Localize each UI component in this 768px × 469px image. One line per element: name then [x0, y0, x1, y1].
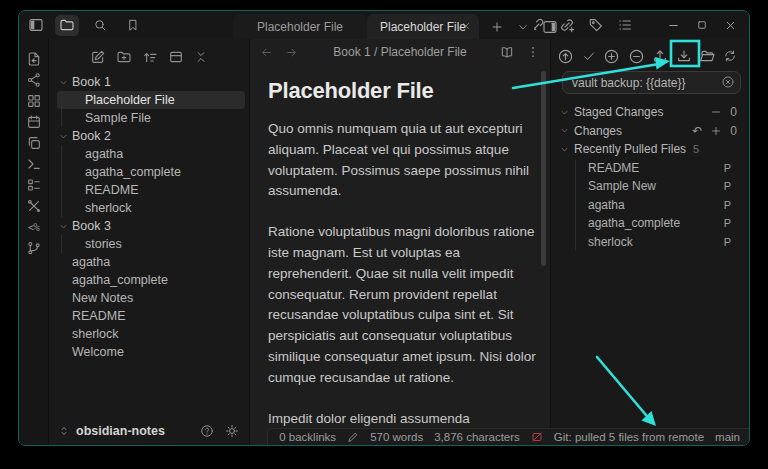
tree-file[interactable]: agatha_complete: [49, 163, 249, 181]
git-pull-icon[interactable]: [676, 48, 692, 64]
git-open-folder-icon[interactable]: [699, 48, 715, 64]
stage-plus-icon[interactable]: [710, 125, 722, 137]
git-stage-all-icon[interactable]: [603, 48, 620, 65]
git-status-message[interactable]: Git: pulled 5 files from remote: [554, 431, 704, 443]
minimize-icon[interactable]: [667, 19, 680, 32]
left-sidebar-toggle-icon[interactable]: [28, 17, 44, 33]
git-refresh-icon[interactable]: [723, 49, 737, 63]
templater-icon[interactable]: <%: [28, 216, 40, 237]
indent-guide: [61, 145, 62, 217]
close-tab-icon[interactable]: [461, 21, 471, 31]
tree-file-selected[interactable]: Placeholder File: [57, 91, 245, 109]
editor-tab-active[interactable]: Placeholder File: [367, 14, 479, 39]
obsidian-window: Placeholder File Placeholder File: [18, 10, 750, 446]
indent-guide: [575, 160, 576, 251]
tree-file[interactable]: agatha_complete: [49, 271, 249, 289]
pulled-count: 5: [693, 143, 699, 155]
tab-bookmarks[interactable]: [121, 15, 145, 36]
forward-arrow-icon[interactable]: [285, 46, 298, 59]
changes-count: 0: [730, 124, 737, 138]
new-note-icon[interactable]: [90, 49, 106, 65]
layout-rows-icon[interactable]: [168, 49, 184, 65]
backlinks-count[interactable]: 0 backlinks: [279, 431, 336, 443]
tree-file[interactable]: agatha: [49, 253, 249, 271]
chevron-down-icon: [59, 78, 68, 87]
tree-file[interactable]: README: [49, 181, 249, 199]
commit-message-input[interactable]: [562, 71, 741, 94]
section-staged-changes[interactable]: Staged Changes 0: [551, 103, 746, 122]
git-branch-icon[interactable]: [26, 237, 42, 258]
editor-scrollbar[interactable]: [541, 71, 546, 266]
tag-icon[interactable]: [588, 17, 604, 33]
git-commit-check-icon[interactable]: [582, 49, 596, 63]
terminal-icon[interactable]: [26, 153, 42, 174]
templates-copy-icon[interactable]: [26, 132, 42, 153]
graph-view-icon[interactable]: [26, 69, 42, 90]
git-backup-icon[interactable]: [557, 48, 574, 65]
tree-folder[interactable]: Book 2: [49, 127, 249, 145]
word-count[interactable]: 570 words: [370, 431, 423, 443]
staged-count: 0: [730, 105, 737, 119]
maximize-icon[interactable]: [696, 19, 708, 31]
tree-file[interactable]: README: [49, 307, 249, 325]
chevron-down-icon: [59, 222, 68, 231]
tree-file[interactable]: sherlock: [49, 199, 249, 217]
settings-gear-icon[interactable]: [225, 424, 239, 438]
help-icon[interactable]: [200, 424, 214, 438]
note-content: Placeholder File Quo omnis numquam quia …: [250, 65, 550, 445]
tab-search[interactable]: [88, 15, 112, 36]
discard-undo-icon[interactable]: ↶: [692, 125, 702, 137]
unstage-minus-icon[interactable]: [710, 106, 722, 118]
tree-folder[interactable]: Book 3: [49, 217, 249, 235]
pulled-file-row[interactable]: READMEP: [551, 159, 746, 178]
pulled-file-row[interactable]: agatha_completeP: [551, 214, 746, 233]
editor-tab[interactable]: Placeholder File: [233, 14, 367, 39]
tools-icon[interactable]: [26, 195, 42, 216]
chevron-down-icon: [560, 126, 569, 135]
checklist-icon[interactable]: [26, 174, 42, 195]
section-recently-pulled[interactable]: Recently Pulled Files 5: [551, 140, 746, 159]
section-changes[interactable]: Changes ↶ 0: [551, 122, 746, 141]
tree-file[interactable]: sherlock: [49, 325, 249, 343]
character-count[interactable]: 3,876 characters: [434, 431, 520, 443]
outline-list-icon[interactable]: [617, 17, 633, 33]
bookmark-icon: [126, 18, 140, 32]
titlebar: Placeholder File Placeholder File: [19, 11, 749, 39]
canvas-grid-icon[interactable]: [26, 90, 42, 111]
tree-file[interactable]: agatha: [49, 145, 249, 163]
tree-file[interactable]: Welcome: [49, 343, 249, 361]
daily-note-calendar-icon[interactable]: [26, 111, 42, 132]
new-folder-icon[interactable]: [116, 49, 132, 65]
quick-switcher-icon[interactable]: [26, 48, 42, 69]
tree-file[interactable]: Sample File: [49, 109, 249, 127]
search-icon: [93, 18, 107, 32]
pulled-file-row[interactable]: sherlockP: [551, 233, 746, 252]
tree-file[interactable]: stories: [49, 235, 249, 253]
pulled-file-row[interactable]: Sample NewP: [551, 177, 746, 196]
back-arrow-icon[interactable]: [260, 46, 273, 59]
clear-input-icon[interactable]: [721, 75, 735, 89]
git-branch-name[interactable]: main: [715, 431, 740, 443]
git-unstage-all-icon[interactable]: [628, 48, 645, 65]
tab-file-explorer[interactable]: [55, 15, 79, 36]
sort-order-icon[interactable]: [142, 49, 158, 65]
edit-mode-pencil-icon[interactable]: [347, 431, 359, 443]
chevron-down-icon: [560, 145, 569, 154]
collapse-all-icon[interactable]: [194, 50, 208, 64]
note-paragraph: Ratione voluptatibus magni doloribus rat…: [268, 222, 545, 388]
status-badge: P: [724, 162, 731, 174]
more-options-icon[interactable]: [526, 45, 540, 59]
git-push-icon[interactable]: [652, 48, 668, 64]
new-tab-icon[interactable]: [490, 20, 504, 34]
tab-list-chevron-icon[interactable]: [517, 21, 529, 33]
status-badge: P: [724, 236, 731, 248]
reading-mode-icon[interactable]: [500, 45, 514, 59]
sync-disabled-icon: [531, 431, 543, 443]
backlink-icon[interactable]: [530, 17, 546, 33]
vault-switcher[interactable]: obsidian-notes: [49, 420, 249, 442]
tree-file[interactable]: New Notes: [49, 289, 249, 307]
pulled-file-row[interactable]: agathaP: [551, 196, 746, 215]
add-link-icon[interactable]: [559, 17, 575, 33]
tree-folder[interactable]: Book 1: [49, 73, 249, 91]
close-window-icon[interactable]: [724, 19, 737, 32]
